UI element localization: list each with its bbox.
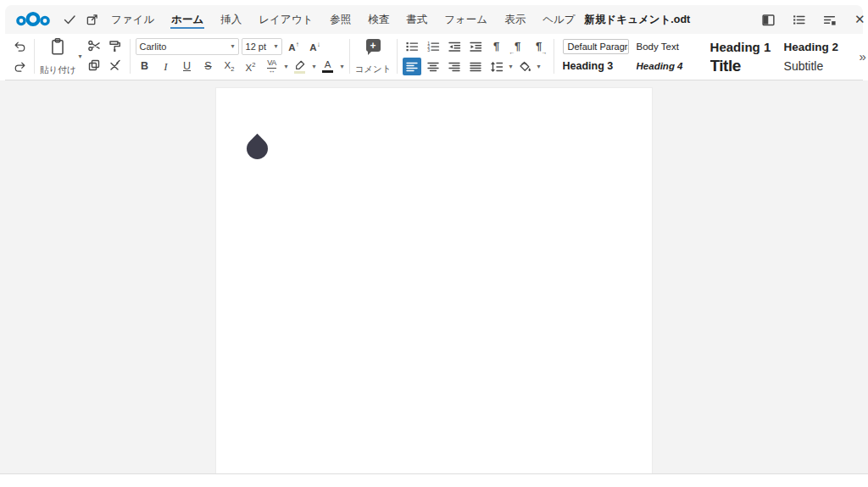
font-size-value: 12 pt <box>246 42 266 52</box>
paragraph-rtl-button[interactable]: ¶→ <box>530 37 548 55</box>
numbered-list-button[interactable]: 123 <box>424 37 442 55</box>
italic-button[interactable]: I <box>157 58 175 75</box>
line-spacing-button[interactable] <box>487 58 506 75</box>
paste-button[interactable]: 貼り付け <box>40 37 76 76</box>
decrease-font-button[interactable]: A↓ <box>306 37 325 55</box>
arrow-down-icon: ↓ <box>317 41 320 48</box>
font-name-select[interactable]: Carlito ▾ <box>136 38 239 55</box>
menu-review[interactable]: 検査 <box>360 5 397 34</box>
copy-button[interactable] <box>84 57 104 75</box>
styles-gallery: Default Paragraph Body Text Heading 1 He… <box>559 37 857 76</box>
align-left-button[interactable] <box>403 58 421 75</box>
drop-shape[interactable] <box>242 134 272 163</box>
font-size-select[interactable]: 12 pt ▾ <box>242 38 282 55</box>
svg-text:3: 3 <box>427 47 430 52</box>
menu-forms[interactable]: フォーム <box>437 5 495 34</box>
menu-references[interactable]: 参照 <box>322 5 359 34</box>
document-title: 新規ドキュメント.odt <box>585 13 691 27</box>
undo-redo-section <box>8 37 31 75</box>
clear-style-button[interactable] <box>104 57 125 75</box>
increase-font-button[interactable]: A↑ <box>285 37 303 55</box>
subscript-button[interactable]: X2 <box>220 58 239 75</box>
collapse-content-icon[interactable] <box>819 9 839 30</box>
menu-insert[interactable]: 挿入 <box>213 5 249 34</box>
font-name-dropdown-arrow: ▾ <box>231 42 235 50</box>
divider <box>34 39 35 74</box>
superscript-button[interactable]: X2 <box>242 58 260 75</box>
show-paragraph-marks-button[interactable]: ¶ <box>487 37 506 55</box>
char-spacing-dropdown-arrow[interactable]: ▾ <box>285 63 288 70</box>
menu-file[interactable]: ファイル <box>103 5 162 34</box>
char-spacing-button[interactable]: VA↔ <box>263 58 281 75</box>
menu-view[interactable]: 表示 <box>497 5 533 34</box>
menu-home[interactable]: ホーム <box>164 5 211 34</box>
menu-layout[interactable]: レイアウト <box>251 5 320 34</box>
strikethrough-button[interactable]: S <box>199 58 218 75</box>
highlighter-icon <box>294 60 305 70</box>
close-icon[interactable]: ✕ <box>849 9 868 30</box>
style-title[interactable]: Title <box>710 57 780 75</box>
style-heading-4[interactable]: Heading 4 <box>637 61 706 71</box>
paragraph-ltr-button[interactable]: ¶← <box>509 37 527 55</box>
clipboard-icon <box>49 37 66 56</box>
arrow-right-icon: → <box>542 49 548 55</box>
font-section: Carlito ▾ 12 pt ▾ A↑ A↓ B I U S X2 X2 <box>134 37 346 75</box>
add-comment-icon[interactable]: + <box>366 39 381 52</box>
font-color-button[interactable]: A <box>319 58 337 75</box>
menu-help[interactable]: ヘルプ <box>535 5 582 34</box>
style-heading-3[interactable]: Heading 3 <box>563 60 632 72</box>
clipboard-grid <box>84 37 125 76</box>
expand-toolbar-icon[interactable]: » <box>857 49 868 64</box>
paragraph-section: 123 ¶ ¶← ¶→ <box>401 37 550 75</box>
menu-format[interactable]: 書式 <box>398 5 435 34</box>
paste-label: 貼り付け <box>40 64 76 76</box>
cut-button[interactable] <box>84 37 104 55</box>
copy-style-button[interactable] <box>104 37 125 55</box>
font-color-dropdown-arrow[interactable]: ▾ <box>341 63 344 70</box>
divider <box>349 39 350 74</box>
header-right-group: 新規ドキュメント.odt ✕ <box>585 9 868 30</box>
header-action-icons: ✕ <box>758 9 868 30</box>
shading-button[interactable] <box>515 58 534 75</box>
arrow-up-icon: ↑ <box>296 41 299 48</box>
toggle-sidebar-icon[interactable] <box>758 9 778 30</box>
outline-list-icon[interactable] <box>788 9 809 30</box>
paste-dropdown-arrow[interactable]: ▾ <box>79 53 82 60</box>
style-subtitle[interactable]: Subtitle <box>784 59 854 73</box>
font-size-dropdown-arrow: ▾ <box>275 42 278 50</box>
style-body-text[interactable]: Body Text <box>637 42 706 52</box>
shading-dropdown-arrow[interactable]: ▾ <box>537 63 541 70</box>
spacing-arrow-icon: ↔ <box>269 68 275 75</box>
style-heading-1[interactable]: Heading 1 <box>710 40 780 54</box>
underline-button[interactable]: U <box>178 58 197 75</box>
arrow-left-icon: ← <box>509 49 515 55</box>
document-area <box>0 80 868 474</box>
undo-button[interactable] <box>10 37 29 55</box>
redo-button[interactable] <box>10 58 29 75</box>
open-in-new-icon[interactable] <box>81 9 102 30</box>
comment-section: + コメント <box>353 37 393 75</box>
clipboard-section: 貼り付け ▾ <box>38 37 126 75</box>
increase-indent-button[interactable] <box>466 37 485 55</box>
style-heading-2[interactable]: Heading 2 <box>784 41 854 53</box>
style-default-paragraph[interactable]: Default Paragraph <box>563 39 629 54</box>
bold-button[interactable]: B <box>136 58 154 75</box>
bullet-list-button[interactable] <box>403 37 421 55</box>
document-page[interactable] <box>215 87 653 474</box>
divider <box>397 39 398 74</box>
divider <box>554 39 554 74</box>
saved-check-icon[interactable] <box>59 9 80 30</box>
line-spacing-dropdown-arrow[interactable]: ▾ <box>509 63 513 70</box>
highlight-color-button[interactable] <box>291 58 309 75</box>
divider <box>130 39 131 74</box>
menu-bar: ファイル ホーム 挿入 レイアウト 参照 検査 書式 フォーム 表示 ヘルプ 新… <box>5 5 863 34</box>
comment-label: コメント <box>355 64 392 75</box>
align-right-button[interactable] <box>445 58 464 75</box>
justify-button[interactable] <box>466 58 485 75</box>
decrease-indent-button[interactable] <box>445 37 464 55</box>
styles-gallery-section: Default Paragraph Body Text Heading 1 He… <box>558 37 868 75</box>
highlight-dropdown-arrow[interactable]: ▾ <box>313 63 316 70</box>
home-toolbar: 貼り付け ▾ Carlito ▾ 12 pt <box>5 34 863 80</box>
align-center-button[interactable] <box>424 58 442 75</box>
nextcloud-logo <box>15 9 51 30</box>
